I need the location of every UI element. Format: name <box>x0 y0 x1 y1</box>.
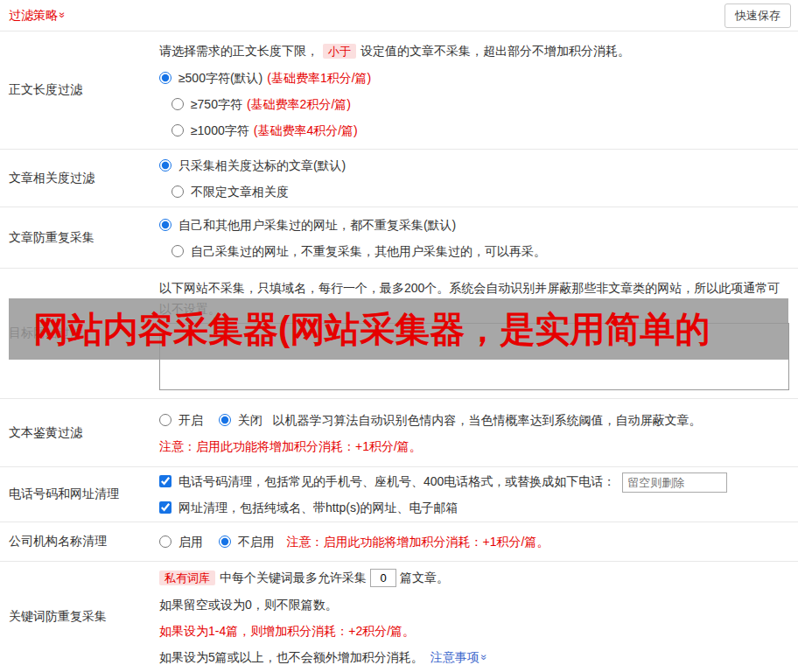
row-label-company-clean: 公司机构名称清理 <box>0 522 159 561</box>
private-lexicon-tag: 私有词库 <box>159 570 215 585</box>
row-label-phone-url-clean: 电话号码和网址清理 <box>0 467 159 522</box>
filter-strategy-page: 过滤策略» 快速保存 正文长度过滤 请选择需求的正文长度下限，小于设定值的文章不… <box>0 0 798 672</box>
row-label-length-filter: 正文长度过滤 <box>0 32 159 149</box>
keyword-limit-line1: 私有词库中每个关键词最多允许采集篇文章。 <box>159 564 789 592</box>
radio-option-1000[interactable]: ≥1000字符(基础费率4积分/篇) <box>172 117 789 144</box>
radio-500-input[interactable] <box>159 72 172 84</box>
radio-company-enable-label: 启用 <box>178 535 203 549</box>
keyword-limit-line4: 如果设为5篇或以上，也不会额外增加积分消耗。注意事项» <box>159 644 789 670</box>
checkbox-option-url-clean[interactable]: 网址清理，包括纯域名、带http(s)的网址、电子邮箱 <box>159 500 458 514</box>
radio-750-label: ≥750字符 <box>191 97 242 111</box>
radio-1000-input[interactable] <box>172 124 184 136</box>
row-length-filter: 正文长度过滤 请选择需求的正文长度下限，小于设定值的文章不采集，超出部分不增加积… <box>0 32 798 150</box>
porn-filter-content: 开启 关闭 以机器学习算法自动识别色情内容，当色情概率达到系统阈值，自动屏蔽文章… <box>159 399 798 466</box>
chevron-down-icon: » <box>471 654 497 660</box>
row-relevance-filter: 文章相关度过滤 只采集相关度达标的文章(默认) 不限定文章相关度 <box>0 150 798 207</box>
radio-1000-fee-note: (基础费率4积分/篇) <box>254 123 358 137</box>
phone-url-clean-content: 电话号码清理，包括常见的手机号、座机号、400电话格式，或替换成如下电话： 网址… <box>159 467 798 522</box>
phone-clean-line: 电话号码清理，包括常见的手机号、座机号、400电话格式，或替换成如下电话： <box>159 468 789 494</box>
porn-filter-description: 以机器学习算法自动识别色情内容，当色情概率达到系统阈值，自动屏蔽文章。 <box>273 413 702 427</box>
radio-option-dedupe-all[interactable]: 自己和其他用户采集过的网址，都不重复采集(默认) <box>159 212 789 238</box>
radio-porn-off-label: 关闭 <box>238 413 262 427</box>
length-filter-content: 请选择需求的正文长度下限，小于设定值的文章不采集，超出部分不增加积分消耗。 ≥5… <box>159 32 798 149</box>
row-porn-filter: 文本鉴黄过滤 开启 关闭 以机器学习算法自动识别色情内容，当色情概率达到系统阈值… <box>0 399 798 467</box>
radio-porn-on-input[interactable] <box>159 414 172 426</box>
radio-option-750[interactable]: ≥750字符(基础费率2积分/篇) <box>172 91 789 117</box>
row-phone-url-clean: 电话号码和网址清理 电话号码清理，包括常见的手机号、座机号、400电话格式，或替… <box>0 467 798 522</box>
keyword-limit-end-text: 篇文章。 <box>400 570 449 584</box>
radio-porn-on-label: 开启 <box>178 413 203 427</box>
radio-relevance-any-label: 不限定文章相关度 <box>191 185 289 199</box>
radio-750-input[interactable] <box>172 98 184 110</box>
keyword-limit-line4-text: 如果设为5篇或以上，也不会额外增加积分消耗。 <box>159 650 424 664</box>
replacement-phone-input[interactable] <box>622 472 727 493</box>
radio-dedupe-all-label: 自己和其他用户采集过的网址，都不重复采集(默认) <box>178 218 456 232</box>
phone-clean-checkbox[interactable] <box>159 475 172 487</box>
porn-filter-warning: 注意：启用此功能将增加积分消耗：+1积分/篇。 <box>159 433 789 459</box>
row-label-dedupe-collect: 文章防重复采集 <box>0 207 159 268</box>
radio-option-relevance-any[interactable]: 不限定文章相关度 <box>172 178 789 205</box>
company-clean-line: 启用 不启用 注意：启用此功能将增加积分消耗：+1积分/篇。 <box>159 528 789 555</box>
radio-1000-label: ≥1000字符 <box>191 123 249 137</box>
length-filter-intro: 请选择需求的正文长度下限，小于设定值的文章不采集，超出部分不增加积分消耗。 <box>159 38 789 65</box>
url-clean-checkbox[interactable] <box>159 501 172 514</box>
watermark-overlay: 网站内容采集器(网站采集器，是实用简单的 <box>9 298 788 360</box>
quick-save-button[interactable]: 快速保存 <box>724 4 791 28</box>
relevance-filter-content: 只采集相关度达标的文章(默认) 不限定文章相关度 <box>159 150 798 206</box>
row-label-relevance-filter: 文章相关度过滤 <box>0 150 159 206</box>
page-header: 过滤策略» 快速保存 <box>0 0 798 32</box>
radio-option-company-enable[interactable]: 启用 <box>159 535 206 549</box>
radio-dedupe-self-input[interactable] <box>172 245 184 257</box>
radio-dedupe-all-input[interactable] <box>159 219 172 231</box>
radio-company-disable-input[interactable] <box>219 536 231 548</box>
radio-relevance-any-input[interactable] <box>172 186 184 198</box>
radio-option-porn-off[interactable]: 关闭 <box>219 413 266 427</box>
page-title-text: 过滤策略 <box>9 8 58 22</box>
radio-company-enable-input[interactable] <box>159 536 172 548</box>
checkbox-option-phone-clean[interactable]: 电话号码清理，包括常见的手机号、座机号、400电话格式，或替换成如下电话： <box>159 474 619 488</box>
radio-option-porn-on[interactable]: 开启 <box>159 413 206 427</box>
row-label-porn-filter: 文本鉴黄过滤 <box>0 399 159 466</box>
page-title[interactable]: 过滤策略» <box>9 8 66 24</box>
intro-text-pre: 请选择需求的正文长度下限， <box>159 44 318 58</box>
dedupe-collect-content: 自己和其他用户采集过的网址，都不重复采集(默认) 自己采集过的网址，不重复采集，… <box>159 207 798 268</box>
url-clean-label: 网址清理，包括纯域名、带http(s)的网址、电子邮箱 <box>178 500 458 514</box>
chevron-down-icon: » <box>56 11 68 18</box>
radio-500-label: ≥500字符(默认) <box>178 71 262 85</box>
keyword-limit-content: 私有词库中每个关键词最多允许采集篇文章。 如果留空或设为0，则不限篇数。 如果设… <box>159 562 798 672</box>
radio-750-fee-note: (基础费率2积分/篇) <box>247 97 351 111</box>
keyword-limit-mid-text: 中每个关键词最多允许采集 <box>220 570 367 584</box>
row-label-keyword-limit: 关键词防重复采集 <box>0 562 159 672</box>
radio-option-dedupe-self[interactable]: 自己采集过的网址，不重复采集，其他用户采集过的，可以再采。 <box>172 238 789 264</box>
url-clean-line: 网址清理，包括纯域名、带http(s)的网址、电子邮箱 <box>159 494 789 521</box>
watermark-text: 网站内容采集器(网站采集器，是实用简单的 <box>33 305 710 354</box>
radio-porn-off-input[interactable] <box>219 414 231 426</box>
less-than-tag: 小于 <box>323 44 356 59</box>
porn-filter-options-line: 开启 关闭 以机器学习算法自动识别色情内容，当色情概率达到系统阈值，自动屏蔽文章… <box>159 407 789 433</box>
keyword-limit-line3: 如果设为1-4篇，则增加积分消耗：+2积分/篇。 <box>159 618 789 644</box>
keyword-limit-count-input[interactable] <box>370 569 396 587</box>
radio-relevance-strict-label: 只采集相关度达标的文章(默认) <box>178 158 346 172</box>
radio-option-relevance-strict[interactable]: 只采集相关度达标的文章(默认) <box>159 152 789 178</box>
radio-500-fee-note: (基础费率1积分/篇) <box>267 71 371 85</box>
radio-option-company-disable[interactable]: 不启用 <box>219 535 278 549</box>
row-company-clean: 公司机构名称清理 启用 不启用 注意：启用此功能将增加积分消耗：+1积分/篇。 <box>0 522 798 562</box>
radio-company-disable-label: 不启用 <box>238 535 275 549</box>
intro-text-post: 设定值的文章不采集，超出部分不增加积分消耗。 <box>360 44 630 58</box>
company-clean-content: 启用 不启用 注意：启用此功能将增加积分消耗：+1积分/篇。 <box>159 522 798 561</box>
company-clean-warning: 注意：启用此功能将增加积分消耗：+1积分/篇。 <box>287 535 550 549</box>
notes-link[interactable]: 注意事项» <box>430 650 487 664</box>
radio-relevance-strict-input[interactable] <box>159 159 172 172</box>
phone-clean-label: 电话号码清理，包括常见的手机号、座机号、400电话格式，或替换成如下电话： <box>178 474 615 488</box>
keyword-limit-line2: 如果留空或设为0，则不限篇数。 <box>159 592 789 618</box>
radio-option-500[interactable]: ≥500字符(默认)(基础费率1积分/篇) <box>159 65 789 91</box>
radio-dedupe-self-label: 自己采集过的网址，不重复采集，其他用户采集过的，可以再采。 <box>191 244 546 258</box>
row-dedupe-collect: 文章防重复采集 自己和其他用户采集过的网址，都不重复采集(默认) 自己采集过的网… <box>0 207 798 269</box>
row-keyword-limit: 关键词防重复采集 私有词库中每个关键词最多允许采集篇文章。 如果留空或设为0，则… <box>0 562 798 672</box>
